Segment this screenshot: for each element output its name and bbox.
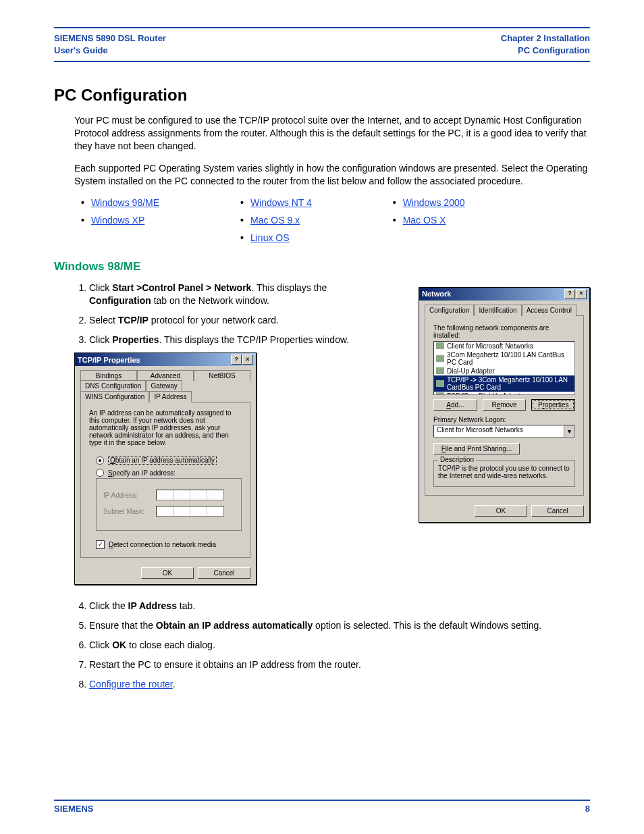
page-title: PC Configuration — [54, 86, 590, 105]
tab-gateway[interactable]: Gateway — [146, 380, 182, 391]
tab-bindings[interactable]: Bindings — [80, 370, 137, 381]
tab-netbios[interactable]: NetBIOS — [194, 370, 250, 381]
steps-list-top: Click Start >Control Panel > Network. Th… — [74, 282, 378, 346]
step-7: Restart the PC to ensure it obtains an I… — [89, 658, 590, 671]
link-windows-2000[interactable]: Windows 2000 — [403, 197, 465, 208]
tab-ip-address[interactable]: IP Address — [149, 391, 191, 402]
footer-page-number: 8 — [585, 804, 590, 814]
network-cancel-button[interactable]: Cancel — [531, 505, 584, 517]
intro-paragraph-2: Each supported PC Operating System varie… — [74, 162, 590, 188]
step-8: Configure the router. — [89, 678, 590, 691]
properties-button[interactable]: Properties — [531, 399, 575, 411]
help-icon[interactable]: ? — [231, 355, 242, 365]
radio-specify-ip[interactable] — [96, 469, 104, 477]
protocol-icon — [436, 380, 444, 387]
help-icon[interactable]: ? — [564, 289, 575, 299]
tab-identification[interactable]: Identification — [474, 305, 521, 316]
tab-wins[interactable]: WINS Configuration — [80, 391, 149, 402]
page-header: SIEMENS 5890 DSL Router User's Guide Cha… — [54, 27, 590, 62]
tcpip-cancel-button[interactable]: Cancel — [198, 567, 250, 579]
link-windows-98-me[interactable]: Windows 98/ME — [91, 197, 159, 208]
ip-address-label: IP Address: — [103, 492, 151, 499]
components-listbox[interactable]: Client for Microsoft Networks 3Com Megah… — [433, 341, 575, 395]
step-3: Click Properties. This displays the TCP/… — [89, 334, 378, 346]
step-2: Select TCP/IP protocol for your network … — [89, 314, 378, 327]
link-linux-os[interactable]: Linux OS — [250, 232, 290, 243]
tcpip-properties-dialog: TCP/IP Properties ? × Bindings Advanced … — [74, 353, 257, 585]
link-configure-router[interactable]: Configure the router — [89, 679, 173, 689]
close-icon[interactable]: × — [576, 289, 587, 299]
primary-logon-dropdown[interactable]: Client for Microsoft Networks ▾ — [433, 425, 575, 438]
remove-button[interactable]: Remove — [483, 399, 527, 411]
list-item: Client for Microsoft Networks — [434, 342, 574, 350]
intro-paragraph-1: Your PC must be configured to use the TC… — [74, 114, 590, 153]
chevron-down-icon: ▾ — [564, 425, 574, 437]
primary-logon-label: Primary Network Logon: — [433, 416, 575, 423]
client-icon — [436, 342, 444, 349]
subnet-mask-input[interactable] — [156, 506, 224, 517]
step-5: Ensure that the Obtain an IP address aut… — [89, 619, 590, 632]
os-link-list: Windows 98/ME Windows XP Windows NT 4 Ma… — [81, 197, 590, 243]
tcpip-instructions: An IP address can be automatically assig… — [89, 409, 242, 446]
description-text: TCP/IP is the protocol you use to connec… — [438, 465, 570, 479]
close-icon[interactable]: × — [242, 355, 253, 365]
list-item: TCP/IP -> Dial-Up Adapter — [434, 392, 574, 395]
header-guide: User's Guide — [54, 45, 166, 57]
step-4: Click the IP Address tab. — [89, 600, 590, 613]
radio-specify-ip-label: Specify an IP address: — [108, 469, 176, 477]
description-label: Description — [438, 456, 476, 463]
adapter-icon — [436, 367, 444, 374]
file-print-sharing-button[interactable]: File and Print Sharing... — [433, 443, 520, 454]
steps-list-bottom: Click the IP Address tab. Ensure that th… — [74, 600, 590, 690]
tab-dns[interactable]: DNS Configuration — [80, 380, 146, 391]
step-1: Click Start >Control Panel > Network. Th… — [89, 282, 378, 307]
tcpip-dialog-title: TCP/IP Properties — [78, 356, 140, 364]
list-item: Dial-Up Adapter — [434, 367, 574, 375]
tab-advanced[interactable]: Advanced — [137, 370, 194, 381]
link-mac-os-x[interactable]: Mac OS X — [403, 215, 446, 226]
page-footer: SIEMENS 8 — [54, 800, 590, 814]
tcpip-ok-button[interactable]: OK — [141, 567, 194, 579]
add-button[interactable]: Add... — [433, 399, 477, 411]
tab-configuration[interactable]: Configuration — [425, 305, 474, 316]
footer-brand: SIEMENS — [54, 804, 94, 814]
list-item: 3Com Megahertz 10/100 LAN CardBus PC Car… — [434, 350, 574, 367]
link-windows-xp[interactable]: Windows XP — [91, 215, 144, 226]
network-dialog-title: Network — [422, 290, 451, 298]
protocol-icon — [436, 392, 444, 395]
header-topic: PC Configuration — [501, 45, 590, 57]
radio-obtain-auto-label: Obtain an IP address automatically — [108, 456, 217, 465]
subnet-mask-label: Subnet Mask: — [103, 508, 151, 515]
link-windows-nt4[interactable]: Windows NT 4 — [250, 197, 312, 208]
checkbox-detect-label: Detect connection to network media — [109, 541, 216, 548]
header-product: SIEMENS 5890 DSL Router — [54, 32, 166, 45]
adapter-icon — [436, 355, 444, 362]
ip-address-input[interactable] — [156, 490, 224, 500]
step-6: Click OK to close each dialog. — [89, 639, 590, 652]
section-heading-windows-98-me: Windows 98/ME — [54, 260, 590, 273]
network-dialog: Network ? × Configuration Identification… — [419, 287, 590, 523]
radio-obtain-auto[interactable] — [96, 457, 104, 465]
components-label: The following network components are ins… — [433, 324, 575, 339]
checkbox-detect-connection[interactable]: ✓ — [96, 540, 105, 549]
tab-access-control[interactable]: Access Control — [522, 305, 576, 316]
network-ok-button[interactable]: OK — [475, 505, 527, 517]
link-mac-os-9[interactable]: Mac OS 9.x — [250, 215, 300, 226]
header-chapter: Chapter 2 Installation — [501, 32, 590, 45]
list-item-selected: TCP/IP -> 3Com Megahertz 10/100 LAN Card… — [434, 375, 574, 392]
